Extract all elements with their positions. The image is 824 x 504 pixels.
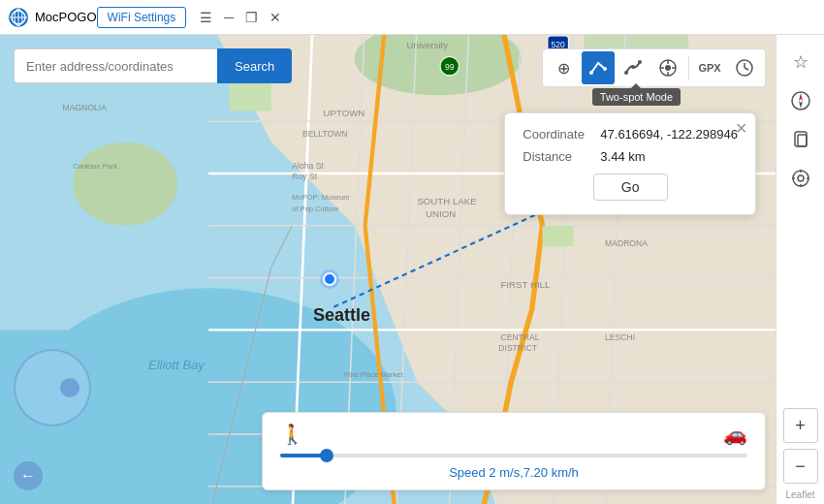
toolbar: ⊕ <box>542 48 766 87</box>
screenshot-button[interactable] <box>783 122 818 157</box>
svg-line-69 <box>745 68 748 70</box>
svg-point-58 <box>624 71 628 75</box>
svg-text:CENTRAL: CENTRAL <box>500 332 539 342</box>
search-input[interactable] <box>14 48 217 83</box>
coordinate-row: Coordinate 47.616694, -122.298946 <box>523 127 738 142</box>
svg-text:UPTOWN: UPTOWN <box>324 108 365 118</box>
joystick-icon <box>659 59 677 77</box>
coordinate-value: 47.616694, -122.298946 <box>600 127 738 142</box>
svg-text:SOUTH LAKE: SOUTH LAKE <box>417 196 477 206</box>
car-icon: 🚗 <box>723 423 747 446</box>
svg-point-57 <box>603 67 607 71</box>
leaflet-label: Leaflet <box>785 489 814 500</box>
distance-row: Distance 3.44 km <box>523 149 738 164</box>
titlebar: MocPOGO WiFi Settings ☰ ─ ❐ ✕ <box>0 0 824 35</box>
joystick-outer <box>14 349 91 426</box>
svg-marker-72 <box>799 101 803 109</box>
two-spot-tooltip: Two-spot Mode <box>592 88 681 106</box>
right-sidebar: ☆ + − Leafle <box>776 35 824 504</box>
svg-text:LESCHI: LESCHI <box>605 332 635 342</box>
svg-point-59 <box>631 65 635 69</box>
popup-close-button[interactable]: ✕ <box>735 119 747 138</box>
gpx-button[interactable]: GPX <box>693 51 726 84</box>
restore-button[interactable]: ❐ <box>239 8 264 27</box>
teleport-mode-button[interactable]: ⊕ <box>547 51 580 84</box>
multispot-icon <box>624 59 642 77</box>
svg-text:DISTRICT: DISTRICT <box>498 343 537 353</box>
distance-value: 3.44 km <box>600 149 645 164</box>
compass-button[interactable] <box>783 83 818 118</box>
svg-point-62 <box>665 65 671 71</box>
go-button[interactable]: Go <box>593 173 668 201</box>
zoom-out-button[interactable]: − <box>783 449 818 484</box>
clock-icon <box>736 59 753 77</box>
svg-rect-28 <box>542 226 573 247</box>
speed-slider-thumb[interactable] <box>320 449 333 462</box>
location-dot <box>323 272 336 286</box>
svg-text:Roy St: Roy St <box>292 172 317 181</box>
joystick-mode-button[interactable] <box>651 51 684 84</box>
wifi-settings-button[interactable]: WiFi Settings <box>97 7 187 28</box>
svg-text:UNION: UNION <box>426 208 456 219</box>
back-button[interactable]: ← <box>14 461 43 490</box>
search-button[interactable]: Search <box>217 48 292 83</box>
zoom-in-button[interactable]: + <box>783 408 818 443</box>
speed-icons: 🚶 🚗 <box>280 423 747 446</box>
toolbar-divider <box>688 56 689 79</box>
favorites-button[interactable]: ☆ <box>783 45 818 79</box>
locate-icon <box>791 169 810 188</box>
svg-text:Pike Place Market: Pike Place Market <box>344 370 403 379</box>
route-icon <box>589 59 607 77</box>
svg-text:Aloha St: Aloha St <box>292 161 324 171</box>
svg-point-60 <box>638 60 642 64</box>
multi-spot-mode-button[interactable] <box>617 51 650 84</box>
joystick-thumb <box>60 378 79 397</box>
svg-text:MoPOP: Museum: MoPOP: Museum <box>292 193 349 202</box>
svg-text:MAGNOLIA: MAGNOLIA <box>63 103 108 112</box>
speed-bar: 🚶 🚗 Speed 2 m/s,7.20 km/h <box>262 412 766 490</box>
svg-rect-27 <box>230 79 271 110</box>
svg-text:FIRST HILL: FIRST HILL <box>500 279 551 290</box>
svg-text:University: University <box>407 40 449 50</box>
svg-text:of Pop Culture: of Pop Culture <box>292 205 338 213</box>
svg-text:99: 99 <box>445 62 455 72</box>
svg-text:Carleton Park: Carleton Park <box>73 162 117 171</box>
menu-button[interactable]: ☰ <box>194 8 218 27</box>
speed-slider-track[interactable] <box>280 454 747 457</box>
info-popup: ✕ Coordinate 47.616694, -122.298946 Dist… <box>504 112 756 215</box>
svg-text:MADRONA: MADRONA <box>605 238 648 248</box>
coordinate-label: Coordinate <box>523 127 600 142</box>
svg-point-11 <box>73 142 177 226</box>
svg-point-75 <box>793 171 808 186</box>
app-logo <box>8 7 29 28</box>
speed-text: Speed 2 m/s,7.20 km/h <box>280 465 747 480</box>
svg-marker-71 <box>799 93 803 101</box>
speed-label: Speed <box>449 465 489 480</box>
svg-point-76 <box>798 175 804 181</box>
history-button[interactable] <box>728 51 761 84</box>
main-content: UPTOWN BELLTOWN SOUTH LAKE UNION FIRST H… <box>0 35 824 504</box>
two-spot-mode-button[interactable] <box>582 51 615 84</box>
distance-label: Distance <box>523 149 600 164</box>
svg-rect-74 <box>798 135 807 146</box>
speed-value: 2 m/s,7.20 km/h <box>489 465 578 480</box>
locate-button[interactable] <box>783 161 818 196</box>
svg-text:BELLTOWN: BELLTOWN <box>302 129 347 139</box>
svg-point-56 <box>589 71 593 75</box>
copy-icon <box>791 130 810 149</box>
close-button[interactable]: ✕ <box>264 8 287 27</box>
minimize-button[interactable]: ─ <box>218 8 239 27</box>
app-title: MocPOGO <box>35 10 97 24</box>
walk-icon: 🚶 <box>280 423 304 446</box>
map[interactable]: UPTOWN BELLTOWN SOUTH LAKE UNION FIRST H… <box>0 35 824 504</box>
joystick[interactable] <box>14 349 91 426</box>
search-bar: Search <box>14 48 292 83</box>
compass-icon <box>791 91 810 110</box>
